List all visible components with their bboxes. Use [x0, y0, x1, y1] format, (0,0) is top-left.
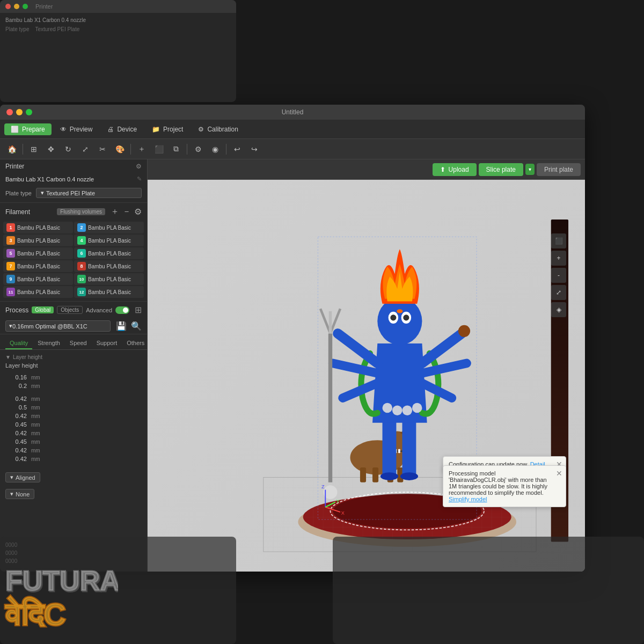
zoom-in-icon[interactable]: + [551, 251, 566, 266]
plate-type-arrow: ▾ [41, 189, 44, 196]
title-bar: Untitled [0, 105, 585, 120]
quality-tabs: Quality Strength Speed Support Others [0, 334, 147, 350]
scale-icon[interactable]: ⤢ [78, 142, 93, 157]
global-toggle[interactable]: Global [32, 306, 54, 313]
fit-view-icon[interactable]: ⤢ [551, 285, 566, 300]
top-action-bar: ⬆ Upload Slice plate ▾ Print plate [148, 159, 585, 180]
zoom-out-icon[interactable]: - [551, 268, 566, 283]
svg-rect-10 [360, 467, 366, 482]
add-icon[interactable]: ＋ [134, 142, 149, 157]
filament-item-3[interactable]: 3 Bambu PLA Basic [3, 235, 73, 246]
3d-scene: Y Z X ⬛ + - ⤢ ◈ Configuration can update… [148, 180, 585, 572]
process-section: Process Global Objects Advanced ⊞ ▾ 0.16… [0, 302, 147, 334]
filament-grid: 1 Bambu PLA Basic 2 Bambu PLA Basic 3 Ba… [0, 221, 147, 301]
rotate-icon[interactable]: ↻ [61, 142, 76, 157]
advanced-toggle[interactable] [115, 306, 129, 314]
svg-rect-11 [372, 467, 378, 482]
svg-point-40 [458, 325, 470, 337]
notification-simplify: Processing model 'BhairavaDogCLR.obj' wi… [443, 465, 566, 507]
tab-others[interactable]: Others [122, 338, 148, 349]
view-cube-icon[interactable]: ⬛ [551, 233, 566, 248]
upload-button[interactable]: ⬆ Upload [433, 163, 477, 176]
tab-quality[interactable]: Quality [5, 338, 32, 349]
perspective-icon[interactable]: ◈ [551, 302, 566, 317]
home-icon[interactable]: 🏠 [4, 142, 19, 157]
seam-dropdown[interactable]: ▾ Aligned [5, 472, 40, 482]
printer-section: Printer ⚙ Bambu Lab X1 Carbon 0.4 nozzle… [0, 159, 147, 203]
filament-item-1[interactable]: 1 Bambu PLA Basic [3, 222, 73, 233]
svg-point-29 [377, 297, 422, 345]
svg-text:X: X [341, 510, 345, 516]
notification-2-close[interactable]: ✕ [556, 469, 562, 478]
viewport: ⬆ Upload Slice plate ▾ Print plate [148, 159, 585, 572]
move-icon[interactable]: ✥ [43, 142, 58, 157]
flushing-volumes-badge[interactable]: Flushing volumes [57, 208, 105, 215]
ironing-dropdown[interactable]: ▾ None [5, 489, 34, 499]
printer-edit-icon[interactable]: ✎ [137, 175, 142, 182]
maximize-button[interactable] [26, 109, 32, 115]
filament-item-12[interactable]: 12 Bambu PLA Basic [74, 286, 144, 298]
process-row: Process Global Objects Advanced ⊞ [0, 302, 147, 318]
layer-value-9: 0.42 mm [5, 446, 142, 455]
layer-height-section-title: ▼ Layer height [5, 354, 142, 360]
toolbar-separator-2 [130, 144, 131, 155]
filament-item-8[interactable]: 8 Bambu PLA Basic [74, 260, 144, 272]
close-button[interactable] [6, 109, 13, 115]
cut-icon[interactable]: ✂ [95, 142, 110, 157]
toolbar-separator-3 [187, 144, 187, 155]
filament-item-10[interactable]: 10 Bambu PLA Basic [74, 273, 144, 285]
filament-settings-icon[interactable]: ⚙ [134, 207, 142, 217]
filament-item-4[interactable]: 4 Bambu PLA Basic [74, 235, 144, 246]
plate-type-select[interactable]: ▾ Textured PEI Plate [36, 188, 142, 198]
notification-2-link[interactable]: Simplify model [449, 496, 487, 502]
layer-value-2: 0.2 mm [5, 382, 142, 390]
tab-strength[interactable]: Strength [33, 338, 64, 349]
arrange-icon[interactable]: ⧉ [169, 142, 184, 157]
support-icon[interactable]: ⚙ [191, 142, 206, 157]
svg-line-18 [338, 333, 377, 363]
filament-remove-icon[interactable]: － [122, 206, 131, 217]
filament-item-6[interactable]: 6 Bambu PLA Basic [74, 247, 144, 259]
svg-line-22 [422, 363, 466, 373]
svg-point-34 [397, 309, 402, 313]
tab-project[interactable]: 📁 Project [145, 123, 189, 135]
grid-icon[interactable]: ⊞ [26, 142, 41, 157]
print-button[interactable]: Print plate [537, 163, 581, 176]
filament-item-7[interactable]: 7 Bambu PLA Basic [3, 260, 73, 272]
profile-search-icon[interactable]: 🔍 [131, 321, 142, 331]
undo-icon[interactable]: ↩ [230, 142, 245, 157]
slice-dropdown-arrow[interactable]: ▾ [525, 164, 535, 175]
objects-toggle[interactable]: Objects [57, 306, 83, 314]
minimize-button[interactable] [16, 109, 23, 115]
svg-rect-14 [383, 418, 397, 478]
svg-point-25 [392, 405, 402, 415]
background-window-bottom-right [333, 537, 644, 644]
filament-item-5[interactable]: 5 Bambu PLA Basic [3, 247, 73, 259]
redo-icon[interactable]: ↪ [247, 142, 262, 157]
tab-speed[interactable]: Speed [65, 338, 91, 349]
filament-item-2[interactable]: 2 Bambu PLA Basic [74, 222, 144, 233]
tab-calibration[interactable]: ⚙ Calibration [192, 123, 244, 135]
printer-settings-icon[interactable]: ⚙ [136, 163, 142, 170]
profile-select[interactable]: ▾ 0.16mm Optimal @BBL X1C [5, 320, 111, 332]
align-icon[interactable]: ⬛ [151, 142, 166, 157]
seam-dropdown-row: ▾ Aligned [5, 471, 142, 484]
tab-preview[interactable]: 👁 Preview [54, 123, 99, 135]
tab-device[interactable]: 🖨 Device [101, 123, 143, 135]
plate-type-row: Plate type ▾ Textured PEI Plate [0, 186, 147, 202]
profile-save-icon[interactable]: 💾 [116, 321, 127, 331]
layer-values-list: 0.16 mm 0.2 mm 0.42 mm 0.5 mm [5, 371, 142, 465]
slice-button[interactable]: Slice plate [479, 163, 523, 176]
notification-2-text: Processing model 'BhairavaDogCLR.obj' wi… [449, 470, 547, 496]
svg-rect-15 [402, 418, 416, 478]
filament-item-9[interactable]: 9 Bambu PLA Basic [3, 273, 73, 285]
paint-icon[interactable]: 🎨 [112, 142, 127, 157]
layer-value-6: 0.45 mm [5, 420, 142, 429]
tab-support[interactable]: Support [92, 338, 122, 349]
modifier-icon[interactable]: ◉ [208, 142, 223, 157]
filament-add-icon[interactable]: ＋ [111, 206, 119, 217]
filament-section: Filament Flushing volumes ＋ － ⚙ 1 Bambu … [0, 203, 147, 302]
svg-point-33 [403, 314, 409, 320]
tab-prepare[interactable]: ⬜ Prepare [4, 123, 52, 135]
filament-item-11[interactable]: 11 Bambu PLA Basic [3, 286, 73, 298]
